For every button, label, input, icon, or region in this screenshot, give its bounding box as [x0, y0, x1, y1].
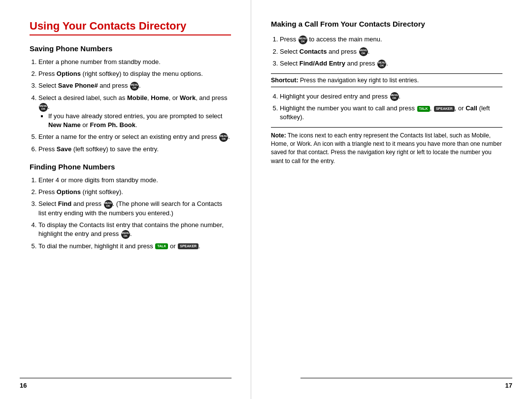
making-title: Making a Call From Your Contacts Directo… — [271, 20, 502, 28]
finding-title: Finding Phone Numbers — [30, 163, 231, 171]
list-item: Highlight the number you want to call an… — [280, 104, 502, 122]
list-item: Press MENUOK to access the main menu. — [280, 35, 502, 44]
list-item: Enter 4 or more digits from standby mode… — [38, 176, 231, 185]
page-title: Using Your Contacts Directory — [30, 20, 231, 35]
list-item: Press Options (right softkey). — [38, 188, 231, 197]
making-steps-before: Press MENUOK to access the main menu. Se… — [271, 35, 502, 68]
list-item: Select Save Phone# and press MENUOK. — [38, 81, 231, 91]
making-section: Making a Call From Your Contacts Directo… — [271, 20, 502, 166]
sub-list: If you have already stored entries, you … — [38, 112, 231, 130]
list-item: Select a desired label, such as Mobile, … — [38, 94, 231, 130]
page-number-right: 17 — [505, 382, 512, 389]
list-item: Enter a name for the entry or select an … — [38, 133, 231, 142]
saving-section: Saving Phone Numbers Enter a phone numbe… — [30, 44, 231, 154]
right-page: Basics Making a Call From Your Contacts … — [251, 0, 532, 399]
list-item: If you have already stored entries, you … — [48, 112, 231, 130]
list-item: Press Save (left softkey) to save the en… — [38, 145, 231, 154]
saving-title: Saving Phone Numbers — [30, 44, 231, 53]
list-item: Press Options (right softkey) to display… — [38, 69, 231, 78]
list-item: To dial the number, highlight it and pre… — [38, 242, 231, 251]
saving-steps: Enter a phone number from standby mode. … — [30, 58, 231, 154]
finding-steps: Enter 4 or more digits from standby mode… — [30, 176, 231, 251]
left-page: Using Your Contacts Directory Saving Pho… — [0, 0, 251, 399]
making-steps-after: Highlight your desired entry and press M… — [271, 92, 502, 122]
list-item: Highlight your desired entry and press M… — [280, 92, 502, 101]
finding-section: Finding Phone Numbers Enter 4 or more di… — [30, 163, 231, 251]
list-item: Select Find/Add Entry and press MENUOK. — [280, 59, 502, 68]
page-number-left: 16 — [20, 382, 27, 389]
list-item: Select Contacts and press MENUOK. — [280, 47, 502, 57]
list-item: To display the Contacts list entry that … — [38, 221, 231, 239]
shortcut-box: Shortcut: Press the navigation key right… — [271, 73, 502, 87]
list-item: Enter a phone number from standby mode. — [38, 58, 231, 66]
note-box: Note: The icons next to each entry repre… — [271, 127, 502, 166]
list-item: Select Find and press MENUOK. (The phone… — [38, 200, 231, 218]
